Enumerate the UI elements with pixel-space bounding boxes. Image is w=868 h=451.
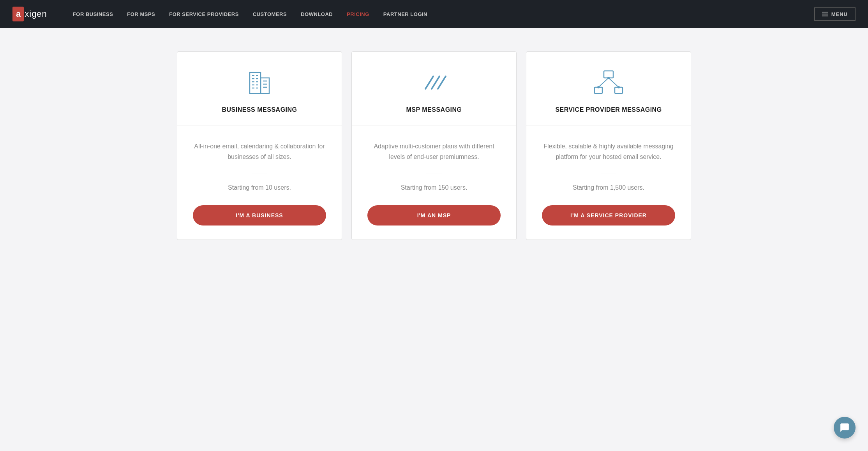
logo-icon: a [12, 7, 24, 21]
nav-link-for-service-providers[interactable]: FOR SERVICE PROVIDERS [162, 0, 246, 28]
business-card-starting: Starting from 10 users. [228, 184, 291, 191]
sp-card-body: Flexible, scalable & highly available me… [526, 125, 691, 240]
nav-links: FOR BUSINESSFOR MSPsFOR SERVICE PROVIDER… [66, 0, 814, 28]
building-icon [244, 67, 275, 99]
nav-link-for-msps[interactable]: FOR MSPs [120, 0, 162, 28]
sp-card-starting: Starting from 1,500 users. [573, 184, 644, 191]
menu-label: MENU [831, 11, 848, 17]
msp-card-body: Adaptive multi-customer plans with diffe… [352, 125, 516, 240]
business-card-description: All-in-one email, calendaring & collabor… [193, 141, 326, 162]
svg-line-22 [609, 78, 619, 87]
business-card-title: BUSINESS MESSAGING [222, 106, 297, 113]
navbar: a xigen FOR BUSINESSFOR MSPsFOR SERVICE … [0, 0, 868, 28]
msp-card-title: MSP MESSAGING [406, 106, 462, 113]
msp-card: MSP MESSAGING Adaptive multi-customer pl… [351, 51, 517, 240]
pricing-cards-grid: BUSINESS MESSAGING All-in-one email, cal… [177, 51, 691, 240]
svg-point-25 [617, 86, 620, 88]
business-card-divider [252, 173, 267, 173]
menu-button[interactable]: MENU [814, 7, 856, 21]
nav-link-customers[interactable]: CUSTOMERS [246, 0, 294, 28]
sp-card: SERVICE PROVIDER MESSAGING Flexible, sca… [526, 51, 691, 240]
sp-card-title: SERVICE PROVIDER MESSAGING [555, 106, 662, 113]
msp-card-divider [426, 173, 442, 173]
sp-card-header: SERVICE PROVIDER MESSAGING [526, 52, 691, 125]
nav-link-download[interactable]: DOWNLOAD [294, 0, 340, 28]
logo-text: xigen [25, 9, 47, 19]
msp-card-description: Adaptive multi-customer plans with diffe… [367, 141, 501, 162]
msp-card-starting: Starting from 150 users. [401, 184, 468, 191]
nav-link-partner-login[interactable]: PARTNER LOGIN [376, 0, 434, 28]
svg-line-21 [598, 78, 609, 87]
business-card-header: BUSINESS MESSAGING [177, 52, 342, 125]
sp-card-description: Flexible, scalable & highly available me… [542, 141, 675, 162]
svg-rect-1 [261, 78, 269, 93]
svg-point-24 [597, 86, 600, 88]
msp-card-header: MSP MESSAGING [352, 52, 516, 125]
sp-card-button[interactable]: I'M A SERVICE PROVIDER [542, 205, 675, 226]
business-card-body: All-in-one email, calendaring & collabor… [177, 125, 342, 240]
nav-link-pricing[interactable]: PRICING [340, 0, 376, 28]
sp-icon [593, 67, 624, 99]
svg-rect-0 [250, 72, 261, 93]
hamburger-icon [822, 12, 828, 16]
msp-icon [418, 67, 450, 99]
logo[interactable]: a xigen [12, 7, 47, 21]
business-card-button[interactable]: I'M A BUSINESS [193, 205, 326, 226]
chat-button[interactable] [834, 417, 856, 439]
nav-link-for-business[interactable]: FOR BUSINESS [66, 0, 120, 28]
svg-point-23 [607, 77, 610, 79]
sp-card-divider [601, 173, 616, 173]
msp-card-button[interactable]: I'M AN MSP [367, 205, 501, 226]
business-card: BUSINESS MESSAGING All-in-one email, cal… [177, 51, 342, 240]
chat-icon [840, 423, 850, 433]
main-content: BUSINESS MESSAGING All-in-one email, cal… [161, 28, 707, 263]
